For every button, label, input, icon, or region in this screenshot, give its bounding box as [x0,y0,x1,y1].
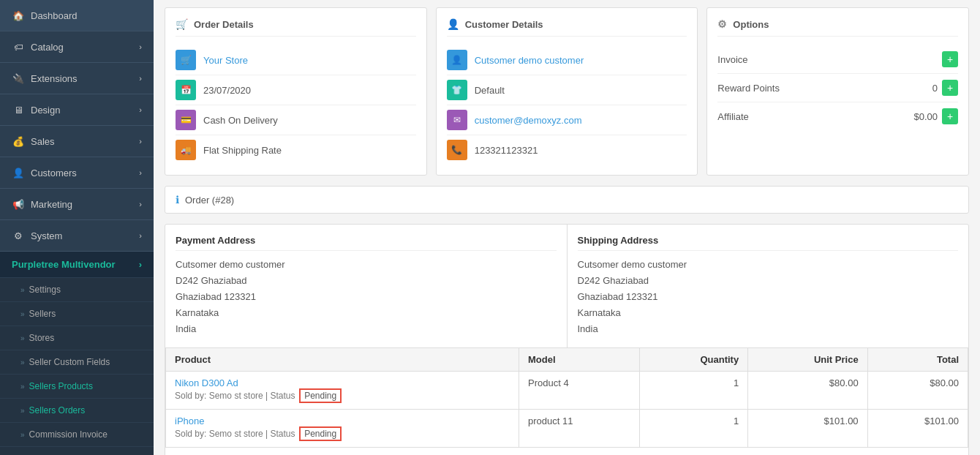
order-store-row: 🛒 Your Store [176,45,416,75]
submenu-item-settings[interactable]: » Settings [0,278,154,302]
product-cell-2: iPhone Sold by: Semo st store | Status P… [166,410,519,448]
product-link-1[interactable]: Nikon D300 Ad [175,377,238,388]
bullet-icon: » [20,334,25,342]
submenu-item-sellers-products[interactable]: » Sellers Products [0,375,154,399]
affiliate-row: Affiliate $0.00 + [717,102,958,130]
col-model: Model [519,348,640,372]
order-details-card: 🛒 Order Details 🛒 Your Store 📅 23/07/202… [165,7,427,176]
submenu-item-stores[interactable]: » Stores [0,326,154,350]
payment-line2: D242 Ghaziabad [176,275,247,286]
payment-line4: Karnataka [176,307,219,318]
invoice-row: Invoice + [717,45,958,74]
sidebar-item-customers[interactable]: 👤 Customers › [0,157,154,189]
col-unit-price: Unit Price [748,348,867,372]
bullet-icon: » [20,286,25,294]
unit-price-cell-1: $80.00 [748,372,867,410]
sidebar-item-extensions[interactable]: 🔌 Extensions › [0,63,154,94]
catalog-icon: 🏷 [12,40,25,53]
reward-points-add-button[interactable]: + [942,80,958,96]
submenu-label: Commission Invoice [29,429,108,440]
payment-address-title: Payment Address [176,235,557,251]
marketing-icon: 📢 [12,198,25,211]
chevron-right-icon: › [139,231,142,240]
chevron-right-icon: › [139,259,142,270]
shipping-line3: Ghaziabad 123321 [578,291,658,302]
submenu-item-commission-invoice[interactable]: » Commission Invoice [0,423,154,447]
chevron-right-icon: › [139,137,142,146]
chevron-right-icon: › [139,200,142,208]
submenu: » Settings » Sellers » Stores » Seller C… [0,278,154,455]
table-row: iPhone Sold by: Semo st store | Status P… [166,410,968,448]
order-date: 23/07/2020 [203,85,251,96]
sidebar-item-sales[interactable]: 💰 Sales › [0,126,154,157]
customers-icon: 👤 [12,166,25,179]
submenu-item-sellers-orders[interactable]: » Sellers Orders [0,399,154,423]
customer-email-link[interactable]: customer@demoxyz.com [475,115,582,126]
col-quantity: Quantity [639,348,747,372]
invoice-add-button[interactable]: + [942,51,958,67]
user-icon: 👤 [447,18,459,30]
quantity-cell-1: 1 [639,372,747,410]
shipping-line5: India [578,323,598,334]
order-heading-text: Order (#28) [185,195,234,206]
customer-details-card: 👤 Customer Details 👤 Cutsomer demo custo… [436,7,698,176]
chevron-right-icon: › [139,105,142,114]
bullet-icon: » [20,407,25,415]
submenu-label: Settings [29,285,61,295]
customer-name-link[interactable]: Cutsomer demo customer [475,55,584,66]
submenu-label: Sellers Orders [29,405,86,415]
submenu-item-sellers[interactable]: » Sellers [0,302,154,326]
customer-name-row: 👤 Cutsomer demo customer [447,45,687,75]
dashboard-icon: 🏠 [12,9,25,22]
sidebar-item-label: Catalog [31,42,64,53]
sidebar-item-label: Customers [31,168,77,178]
subtotal-label: Sub-Total [166,448,868,455]
bullet-icon: » [20,383,25,391]
sidebar-item-catalog[interactable]: 🏷 Catalog › [0,31,154,63]
extensions-icon: 🔌 [12,72,25,85]
sidebar-item-marketing[interactable]: 📢 Marketing › [0,189,154,220]
shipping-address-text: Cutsomer demo customer D242 Ghaziabad Gh… [578,257,959,337]
sidebar-item-label: System [31,230,62,241]
total-cell-1: $80.00 [867,372,968,410]
shipping-icon: 🚚 [176,140,196,160]
affiliate-add-button[interactable]: + [942,108,958,124]
sold-by-2: Sold by: Semo st store | Status [175,429,295,439]
submenu-item-seller-custom-fields[interactable]: » Seller Custom Fields [0,350,154,375]
submenu-label: Sellers Products [29,381,93,391]
order-shipping-row: 🚚 Flat Shipping Rate [176,135,416,165]
reward-points-label: Reward Points [717,83,780,94]
customer-group: Default [475,85,505,96]
sidebar-item-label: Design [31,105,60,116]
submenu-label: Stores [29,333,55,343]
payment-address-block: Payment Address Cutsomer demo customer D… [165,225,568,347]
bullet-icon: » [20,431,25,439]
payment-line5: India [176,323,196,334]
sidebar-item-dashboard[interactable]: 🏠 Dashboard [0,0,154,31]
status-pending-1: Pending [299,388,342,403]
order-payment-row: 💳 Cash On Delivery [176,105,416,135]
affiliate-label: Affiliate [717,111,748,122]
affiliate-right: $0.00 + [913,108,958,124]
store-icon: 🛒 [176,50,196,70]
email-icon: ✉ [447,110,467,130]
cards-row: 🛒 Order Details 🛒 Your Store 📅 23/07/202… [165,7,969,176]
model-cell-2: product 11 [519,410,640,448]
col-product: Product [166,348,519,372]
sidebar-item-design[interactable]: 🖥 Design › [0,94,154,126]
sidebar-item-system[interactable]: ⚙ System › [0,220,154,252]
payment-name: Cutsomer demo customer [176,259,285,270]
order-payment: Cash On Delivery [203,115,278,126]
subtotal-value: $181.00 [867,448,968,455]
unit-price-cell-2: $101.00 [748,410,867,448]
affiliate-value: $0.00 [913,111,938,122]
shipping-line2: D242 Ghaziabad [578,275,649,286]
shipping-address-title: Shipping Address [578,235,959,251]
product-link-2[interactable]: iPhone [175,415,204,426]
sidebar-item-label: Marketing [31,199,72,210]
submenu-item-commissions[interactable]: » Commissions [0,447,154,455]
store-link[interactable]: Your Store [203,55,248,66]
customer-avatar-icon: 👤 [447,50,467,70]
sales-icon: 💰 [12,135,25,148]
purpletree-multivendor-header[interactable]: Purpletree Multivendor › [0,252,154,278]
